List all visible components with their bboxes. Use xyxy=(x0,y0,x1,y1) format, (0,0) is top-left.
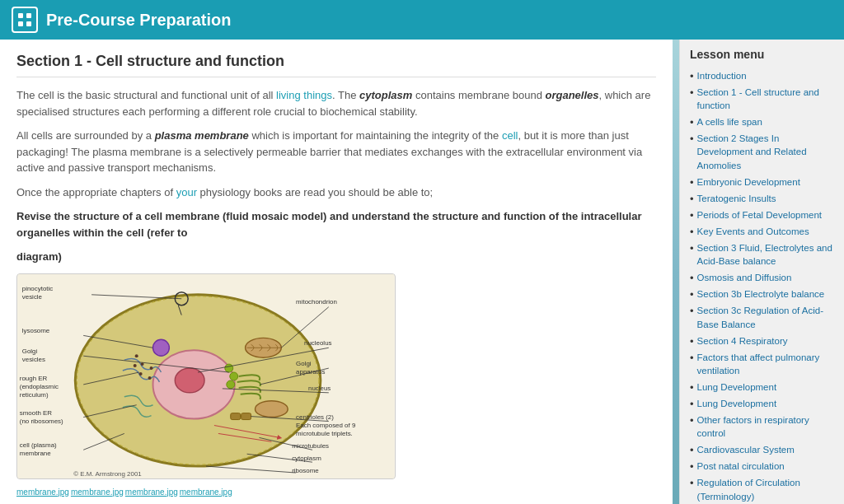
menu-item-section1: Section 1 - Cell structure and function xyxy=(690,84,834,114)
cell-diagram-svg: pinocytotic vesicle lysosome Golgi vesic… xyxy=(17,274,395,478)
svg-text:cytoplasm: cytoplasm xyxy=(292,455,321,462)
sidebar-menu-list: Introduction Section 1 - Cell structure … xyxy=(690,68,834,504)
svg-point-20 xyxy=(225,364,233,372)
menu-link-teratogenic[interactable]: Teratogenic Insults xyxy=(697,192,776,205)
thumbnails-row: membrane.jpg membrane.jpg membrane.jpg m… xyxy=(16,488,656,497)
term-organelles: organelles xyxy=(545,89,598,101)
svg-rect-2 xyxy=(18,21,23,26)
svg-text:nucleolus: nucleolus xyxy=(304,339,332,347)
menu-link-pulmonary[interactable]: Factors that affect pulmonary ventilatio… xyxy=(697,351,834,377)
svg-rect-3 xyxy=(26,21,31,26)
menu-link-section2[interactable]: Section 2 Stages In Development and Rela… xyxy=(697,132,834,171)
menu-link-cardiovascular[interactable]: Cardiovascular System xyxy=(697,443,795,456)
svg-text:rough ER: rough ER xyxy=(20,374,48,381)
menu-link-section3[interactable]: Section 3 Fluid, Electrolytes and Acid-B… xyxy=(697,241,834,268)
term-cytoplasm: cytoplasm xyxy=(359,89,412,101)
svg-text:Golgi: Golgi xyxy=(296,360,312,367)
menu-link-section4[interactable]: Section 4 Respiratory xyxy=(697,334,788,348)
menu-item-osmosis: Osmosis and Diffusion xyxy=(690,269,834,286)
link-living[interactable]: living things xyxy=(276,89,332,101)
paragraph-1: The cell is the basic structural and fun… xyxy=(16,87,656,119)
menu-link-lung-dev1[interactable]: Lung Development xyxy=(697,380,777,394)
app-title: Pre-Course Preparation xyxy=(46,11,232,30)
thumb-2-label[interactable]: membrane.jpg xyxy=(71,488,124,497)
bold-instruction-2: diagram) xyxy=(16,249,656,265)
menu-item-section2: Section 2 Stages In Development and Rela… xyxy=(690,130,834,173)
svg-point-22 xyxy=(227,380,235,388)
menu-item-lung-dev1: Lung Development xyxy=(690,379,834,395)
svg-text:(endoplasmic: (endoplasmic xyxy=(20,382,59,390)
sidebar-title: Lesson menu xyxy=(690,48,834,61)
menu-item-pulmonary: Factors that affect pulmonary ventilatio… xyxy=(690,349,834,379)
gradient-divider xyxy=(673,40,679,504)
menu-link-other-factors[interactable]: Other factors in respiratory control xyxy=(697,413,834,440)
svg-point-17 xyxy=(148,376,152,380)
lesson-menu-sidebar: Lesson menu Introduction Section 1 - Cel… xyxy=(679,40,844,504)
svg-text:Golgi: Golgi xyxy=(22,348,38,355)
svg-point-15 xyxy=(134,364,137,367)
svg-point-18 xyxy=(153,339,170,356)
svg-text:vesicle: vesicle xyxy=(22,292,43,300)
svg-text:lysosome: lysosome xyxy=(22,327,50,334)
menu-link-introduction[interactable]: Introduction xyxy=(697,69,747,82)
svg-rect-1 xyxy=(26,13,31,18)
svg-point-16 xyxy=(139,372,143,376)
menu-link-regulation-circ[interactable]: Regulation of Circulation (Terminology) xyxy=(697,476,834,502)
content-area: Section 1 - Cell structure and function … xyxy=(0,40,673,504)
menu-item-cardiovascular: Cardiovascular System xyxy=(690,441,834,458)
svg-text:© E.M. Armstrong 2001: © E.M. Armstrong 2001 xyxy=(73,470,142,478)
svg-text:microtubules: microtubules xyxy=(292,442,329,450)
svg-text:membrane: membrane xyxy=(20,450,51,457)
menu-link-section3c[interactable]: Section 3c Regulation of Acid-Base Balan… xyxy=(697,304,834,330)
svg-text:pinocytotic: pinocytotic xyxy=(22,284,53,292)
app-header: Pre-Course Preparation xyxy=(0,0,844,40)
svg-text:Each composed of 9: Each composed of 9 xyxy=(296,422,356,429)
menu-link-embryonic[interactable]: Embryonic Development xyxy=(697,175,800,189)
menu-link-cells-life[interactable]: A cells life span xyxy=(697,115,762,128)
svg-text:vesicles: vesicles xyxy=(22,356,45,363)
menu-link-lung-dev2[interactable]: Lung Development xyxy=(697,397,777,410)
menu-link-section3b[interactable]: Section 3b Electrolyte balance xyxy=(697,287,825,301)
section-heading: Section 1 - Cell structure and function xyxy=(16,53,656,77)
svg-rect-0 xyxy=(18,13,23,18)
svg-text:mitochondrion: mitochondrion xyxy=(296,297,337,305)
svg-text:microtubule triplets.: microtubule triplets. xyxy=(296,430,353,437)
menu-item-lung-dev2: Lung Development xyxy=(690,395,834,412)
menu-item-embryonic: Embryonic Development xyxy=(690,174,834,190)
menu-item-teratogenic: Teratogenic Insults xyxy=(690,190,834,207)
svg-text:centrioles (2): centrioles (2) xyxy=(296,413,334,420)
menu-item-other-factors: Other factors in respiratory control xyxy=(690,412,834,441)
menu-item-post-natal: Post natal circulation xyxy=(690,458,834,474)
menu-link-key-events[interactable]: Key Events and Outcomes xyxy=(697,225,809,238)
svg-text:smooth ER: smooth ER xyxy=(20,408,52,416)
menu-item-section3c: Section 3c Regulation of Acid-Base Balan… xyxy=(690,302,834,332)
menu-link-osmosis[interactable]: Osmosis and Diffusion xyxy=(697,271,792,284)
paragraph-2: All cells are surrounded by a plasma mem… xyxy=(16,128,656,176)
menu-link-section1[interactable]: Section 1 - Cell structure and function xyxy=(697,86,834,112)
menu-item-key-events: Key Events and Outcomes xyxy=(690,223,834,240)
app-logo-icon xyxy=(12,7,38,33)
menu-link-fetal-dev[interactable]: Periods of Fetal Development xyxy=(697,208,823,222)
svg-point-11 xyxy=(256,400,288,417)
svg-text:apparatus: apparatus xyxy=(296,368,325,376)
svg-rect-23 xyxy=(231,413,241,419)
thumb-3-label[interactable]: membrane.jpg xyxy=(125,488,178,497)
menu-item-section4: Section 4 Respiratory xyxy=(690,333,834,349)
svg-text:ribosome: ribosome xyxy=(292,467,319,474)
svg-text:cell (plasma): cell (plasma) xyxy=(20,441,57,449)
link-your[interactable]: your xyxy=(176,186,197,198)
menu-item-regulation-circ: Regulation of Circulation (Terminology) xyxy=(690,474,834,504)
menu-item-cells-life: A cells life span xyxy=(690,114,834,130)
svg-text:(no ribosomes): (no ribosomes) xyxy=(20,417,63,424)
thumb-1-label[interactable]: membrane.jpg xyxy=(16,488,69,497)
link-cell[interactable]: cell xyxy=(502,129,518,142)
svg-rect-24 xyxy=(241,413,251,419)
svg-text:nucleus: nucleus xyxy=(308,384,331,391)
paragraph-3: Once the appropriate chapters of your ph… xyxy=(16,184,656,201)
menu-item-section3: Section 3 Fluid, Electrolytes and Acid-B… xyxy=(690,240,834,269)
menu-link-post-natal[interactable]: Post natal circulation xyxy=(697,460,785,473)
thumb-4-label[interactable]: membrane.jpg xyxy=(180,488,232,497)
menu-item-introduction: Introduction xyxy=(690,68,834,84)
svg-point-12 xyxy=(135,354,138,357)
main-layout: Section 1 - Cell structure and function … xyxy=(0,40,844,504)
